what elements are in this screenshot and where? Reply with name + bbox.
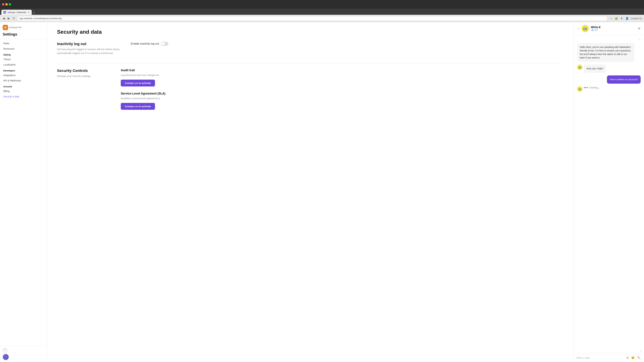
incognito-label: Incognito (2) (631, 17, 642, 19)
reply-input[interactable] (576, 357, 624, 359)
chat-close-btn[interactable]: ✕ (638, 26, 641, 30)
chat-footer: ⊞ 😊 ✏️ (574, 353, 644, 362)
thinking-dots (584, 87, 588, 88)
inactivity-title: Inactivity log out (57, 42, 121, 46)
window-controls (2, 3, 11, 5)
section-divider (57, 63, 564, 63)
app-layout: M Moodjoy7434 Settings Roles Resources S… (0, 22, 644, 362)
avatar-image (3, 354, 9, 360)
sidebar-section-styling: Styling (0, 51, 47, 57)
sidebar-item-resources[interactable]: Resources (0, 46, 47, 51)
sla-card: Service Level Agreement (SLA) Establish … (121, 92, 564, 110)
chat-edit-btn[interactable]: ✏️ (636, 356, 641, 360)
toggle-knob (161, 42, 165, 45)
security-controls-info: Security Controls Manage your security s… (57, 68, 114, 110)
thinking-row: 🤖 Thinking... (577, 86, 641, 92)
page-title: Security and data (57, 29, 564, 35)
bot-message-2: How can I help? (584, 64, 606, 73)
tab-bar: M Settings | Waitwhile ✕ + (0, 9, 644, 15)
security-controls-title: Security Controls (57, 68, 114, 73)
new-tab-button[interactable]: + (33, 11, 35, 15)
audit-trail-desc: Log all account and user changes an (121, 73, 564, 77)
sidebar-header: M Moodjoy7434 Settings (0, 22, 47, 39)
sla-activate-btn[interactable]: Contact us to activate (121, 103, 155, 110)
chat-panel: ‹ 🤖 While-E AI Bot ✕ ▲ Hello there, you'… (574, 22, 644, 362)
sidebar: M Moodjoy7434 Settings Roles Resources S… (0, 22, 47, 362)
sidebar-bottom: ? (0, 346, 47, 362)
chat-back-btn[interactable]: ‹ (577, 26, 580, 31)
refresh-button[interactable]: ↻ (12, 16, 16, 21)
scroll-up-indicator: ▲ (577, 38, 641, 40)
inactivity-info: Inactivity log out Set how long the logg… (57, 42, 121, 55)
sidebar-item-roles[interactable]: Roles (0, 41, 47, 46)
chat-header: ‹ 🤖 While-E AI Bot ✕ (574, 22, 644, 35)
security-controls-desc: Manage your security settings. (57, 74, 114, 78)
tab-favicon: M (3, 11, 6, 13)
settings-title: Settings (3, 31, 44, 38)
chat-format-btn[interactable]: ⊞ (626, 356, 629, 360)
dot-3 (587, 87, 588, 88)
help-icon[interactable]: ? (3, 348, 8, 353)
security-cards: Audit trail Log all account and user cha… (121, 68, 564, 110)
inactivity-toggle-container: Enable inactivity log out (131, 42, 168, 46)
chat-bot-info: While-E AI Bot (591, 26, 636, 31)
address-bar: ◀ ▶ ↻ app.waitwhile.com/settings/account… (0, 15, 644, 22)
browser-chrome (0, 0, 644, 9)
ai-badge: AI (591, 29, 594, 31)
address-bar-actions: ☆ 🧩 ⬇ 👤 Incognito (2) (609, 16, 642, 21)
bot-type-label: Bot (595, 29, 598, 31)
audit-trail-title: Audit trail (121, 68, 564, 72)
window-close[interactable] (2, 3, 4, 5)
audit-trail-card: Audit trail Log all account and user cha… (121, 68, 564, 86)
chat-body: ▲ Hello there, you're now speaking with … (574, 35, 644, 350)
inactivity-desc: Set how long the logged in session will … (57, 47, 121, 55)
window-maximize[interactable] (9, 3, 11, 5)
sidebar-item-security-data[interactable]: Security & data (0, 94, 47, 99)
url-text: app.waitwhile.com/settings/account/secur… (20, 17, 62, 19)
sidebar-item-billing[interactable]: Billing (0, 88, 47, 94)
sidebar-item-api-webhooks[interactable]: API & Webhooks (0, 78, 47, 83)
bot-message-1: Hello there, you're now speaking with Wa… (577, 43, 634, 62)
thinking-indicator: Thinking... (584, 86, 600, 89)
profile-button[interactable]: 👤 (625, 16, 630, 21)
tab-close-btn[interactable]: ✕ (28, 11, 30, 13)
back-button[interactable]: ◀ (2, 16, 5, 21)
user-message-1[interactable]: How to delete my account? (607, 75, 641, 84)
extensions-button[interactable]: 🧩 (614, 16, 619, 21)
window-minimize[interactable] (5, 3, 8, 5)
sidebar-item-integrations[interactable]: Integrations (0, 72, 47, 78)
user-avatar-bottom[interactable] (3, 354, 9, 360)
dot-1 (584, 87, 585, 88)
thinking-bot-avatar: 🤖 (577, 86, 582, 92)
chat-bot-name: While-E (591, 26, 636, 29)
tab-title: Settings | Waitwhile (8, 11, 26, 13)
scroll-down-indicator: ▼ (574, 350, 644, 353)
user-info: M Moodjoy7434 (3, 25, 44, 30)
active-tab[interactable]: M Settings | Waitwhile ✕ (1, 10, 32, 15)
security-section: Security Controls Manage your security s… (57, 68, 564, 110)
chat-bot-avatar: 🤖 (582, 25, 589, 32)
chat-emoji-btn[interactable]: 😊 (630, 356, 635, 360)
bot-message-2-row: 🤖 How can I help? (577, 64, 641, 73)
sidebar-item-theme[interactable]: Theme (0, 57, 47, 62)
forward-button[interactable]: ▶ (7, 16, 10, 21)
sla-desc: Establish a service-level agreement w (121, 97, 564, 100)
download-button[interactable]: ⬇ (620, 16, 624, 21)
dot-2 (585, 87, 586, 88)
sidebar-section-account: Account (0, 83, 47, 88)
url-bar[interactable]: app.waitwhile.com/settings/account/secur… (17, 16, 608, 21)
user-name: Moodjoy7434 (10, 26, 22, 29)
sidebar-section-developers: Developers (0, 67, 47, 72)
inactivity-toggle-area: Enable inactivity log out (131, 42, 564, 46)
audit-trail-activate-btn[interactable]: Contact us to activate (121, 80, 155, 86)
chat-bot-type: AI Bot (591, 29, 636, 31)
main-content: Security and data Inactivity log out Set… (47, 22, 574, 362)
bookmark-button[interactable]: ☆ (609, 16, 613, 21)
thinking-text: Thinking... (589, 86, 600, 89)
sla-title: Service Level Agreement (SLA) (121, 92, 564, 95)
inactivity-section: Inactivity log out Set how long the logg… (57, 42, 564, 55)
inactivity-toggle[interactable] (161, 42, 168, 46)
sidebar-item-localization[interactable]: Localization (0, 62, 47, 67)
inactivity-toggle-label: Enable inactivity log out (131, 42, 159, 45)
user-avatar: M (3, 25, 8, 30)
